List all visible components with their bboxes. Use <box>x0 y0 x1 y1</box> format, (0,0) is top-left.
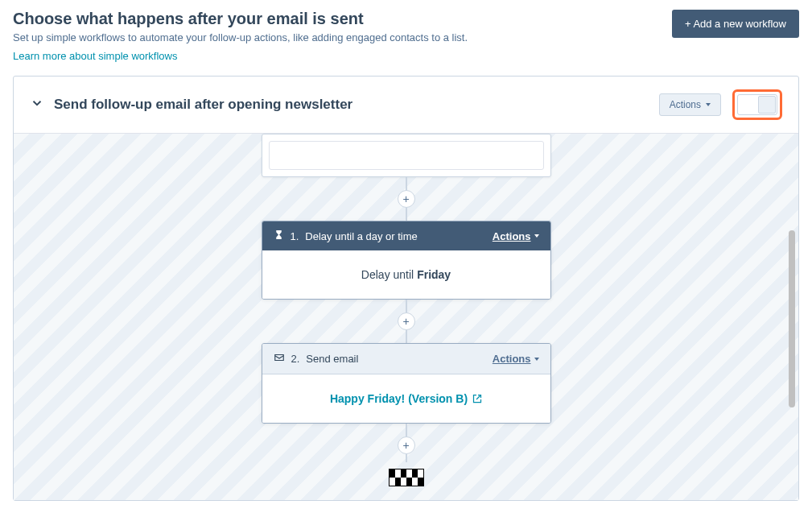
trigger-placeholder <box>269 141 544 170</box>
step-delay-index: 1. <box>291 230 299 242</box>
add-workflow-button[interactable]: + Add a new workflow <box>672 10 799 38</box>
workflow-canvas[interactable]: + 1. Delay until a day or time Actions <box>14 134 798 500</box>
step-send-title: Send email <box>306 353 358 365</box>
workflow-actions-dropdown[interactable]: Actions <box>659 93 721 116</box>
toggle-knob <box>758 96 776 114</box>
step-send-actions-label: Actions <box>493 353 531 365</box>
plus-icon: + <box>402 316 409 327</box>
step-delay-actions-label: Actions <box>493 230 531 242</box>
trigger-card[interactable] <box>262 134 551 177</box>
external-link-icon <box>472 394 482 403</box>
add-step-button[interactable]: + <box>398 312 415 330</box>
toggle-highlight <box>732 89 782 120</box>
hourglass-icon <box>274 230 284 242</box>
finish-flag-icon <box>389 469 424 486</box>
step-delay-body: Delay until Friday <box>262 250 550 299</box>
page-subtitle: Set up simple workflows to automate your… <box>13 31 468 43</box>
step-send-header: 2. Send email Actions <box>262 344 550 374</box>
connector-line <box>406 208 407 221</box>
step-send-index: 2. <box>291 353 300 365</box>
email-name: Happy Friday! (Version B) <box>330 392 468 405</box>
connector-line <box>406 454 407 462</box>
connector-line <box>406 424 407 436</box>
workflow-header: Send follow-up email after opening newsl… <box>14 77 798 134</box>
connector-line <box>406 300 407 312</box>
workflow-panel: Send follow-up email after opening newsl… <box>13 76 799 501</box>
connector-line <box>406 330 407 343</box>
email-link[interactable]: Happy Friday! (Version B) <box>330 392 482 405</box>
workflow-actions-label: Actions <box>670 99 701 110</box>
connector-line <box>406 177 407 190</box>
delay-value: Friday <box>417 268 451 281</box>
step-send-body: Happy Friday! (Version B) <box>262 374 550 423</box>
scrollbar-thumb[interactable] <box>789 230 795 407</box>
caret-down-icon <box>534 358 539 361</box>
add-step-button[interactable]: + <box>398 190 415 208</box>
page-title: Choose what happens after your email is … <box>13 10 468 28</box>
workflow-enable-toggle[interactable] <box>737 94 777 115</box>
delay-prefix: Delay until <box>361 268 417 281</box>
step-delay-header: 1. Delay until a day or time Actions <box>262 221 550 250</box>
envelope-icon <box>274 352 285 366</box>
step-send-actions[interactable]: Actions <box>493 353 539 365</box>
step-delay-actions[interactable]: Actions <box>493 230 539 242</box>
plus-icon: + <box>402 440 409 451</box>
caret-down-icon <box>706 103 711 106</box>
plus-icon: + <box>402 193 409 205</box>
learn-more-link[interactable]: Learn more about simple workflows <box>13 50 177 62</box>
step-send-card[interactable]: 2. Send email Actions Happy Friday! (Ver… <box>262 343 551 424</box>
collapse-chevron-icon[interactable] <box>30 96 44 114</box>
step-delay-title: Delay until a day or time <box>305 230 417 242</box>
workflow-name: Send follow-up email after opening newsl… <box>54 97 352 113</box>
add-step-button[interactable]: + <box>398 436 415 454</box>
caret-down-icon <box>534 234 539 238</box>
step-delay-card[interactable]: 1. Delay until a day or time Actions Del… <box>262 221 551 300</box>
